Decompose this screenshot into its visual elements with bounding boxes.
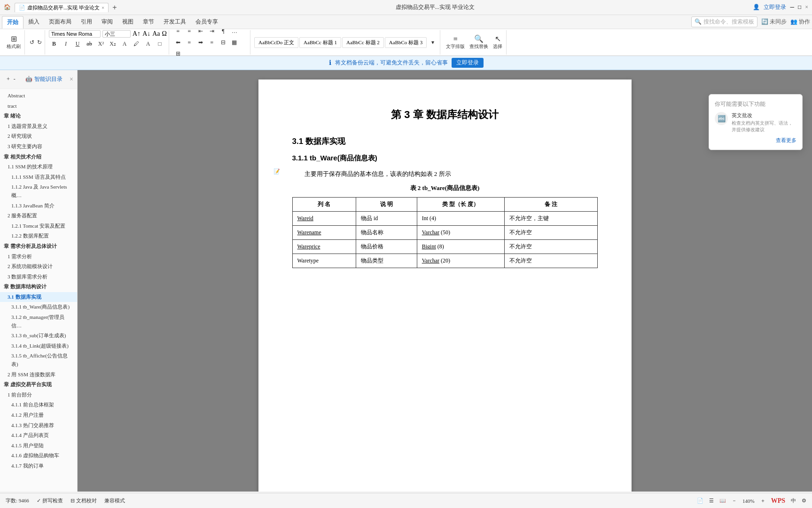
align-left-btn[interactable]: ⬅ [173, 37, 183, 48]
column-btn[interactable]: ⊟ [218, 37, 228, 48]
sidebar-item-tb-link[interactable]: 3.1.4 tb_Link(超级链接表) [0, 341, 77, 351]
document-tab[interactable]: 📄 虚拟物品交易平...实现 毕业论文 × [15, 3, 109, 12]
format-btn[interactable]: ⊞ 格式刷 [5, 34, 23, 51]
sidebar-item-ssm[interactable]: 1.1 SSM 的技术原理 [0, 162, 77, 172]
login-btn[interactable]: 立即登录 [764, 3, 786, 11]
sidebar-item-tb-sub[interactable]: 3.1.3 tb_sub(订单生成表) [0, 331, 77, 341]
subscript-button[interactable]: X₂ [108, 39, 118, 49]
sidebar-expand-btn[interactable]: + [6, 75, 11, 84]
paragraph-btn[interactable]: ¶ [218, 26, 228, 36]
bold-button[interactable]: B [49, 39, 59, 49]
tab-review[interactable]: 审阅 [97, 16, 117, 28]
select-btn[interactable]: ↖ 选择 [491, 34, 504, 51]
sidebar-close-btn[interactable]: × [70, 76, 73, 83]
new-tab-button[interactable]: + [112, 3, 117, 12]
style-heading3[interactable]: AaBbCo 标题 3 [385, 37, 427, 48]
undo-button[interactable]: ↺ [29, 38, 35, 47]
sidebar-item-content[interactable]: 3 研究主要内容 [0, 142, 77, 152]
clear-format-icon[interactable]: Aa [152, 30, 160, 38]
zoom-in-btn[interactable]: ＋ [760, 497, 765, 504]
strikethrough-button[interactable]: ab [84, 39, 94, 49]
tab-page-layout[interactable]: 页面布局 [44, 16, 76, 28]
tab-view[interactable]: 视图 [117, 16, 138, 28]
sidebar-item-tech[interactable]: 章 相关技术介绍 [0, 152, 77, 162]
tab-chapter[interactable]: 章节 [138, 16, 159, 28]
outline-view-icon[interactable]: ☰ [709, 498, 714, 504]
highlight-btn[interactable]: 🖊 [131, 39, 141, 49]
text-layout-btn[interactable]: ≡ 文字排版 [444, 34, 467, 51]
sidebar-item-cart[interactable]: 4.1.6 虚拟物品购物车 [0, 451, 77, 461]
minimize-icon[interactable]: ─ [790, 4, 794, 11]
sidebar-item-requirements[interactable]: 章 需求分析及总体设计 [0, 241, 77, 252]
sidebar-item-func-design[interactable]: 2 系统功能模块设计 [0, 262, 77, 272]
border-btn[interactable]: □ [155, 39, 165, 49]
more-para-btn[interactable]: … [229, 26, 240, 36]
more-styles-btn[interactable]: ▾ [428, 37, 438, 48]
window-close-icon[interactable]: × [805, 4, 808, 11]
tab-close-icon[interactable]: × [102, 5, 104, 10]
redo-button[interactable]: ↻ [36, 38, 43, 47]
sidebar-item-product-list[interactable]: 4.1.4 产品列表页 [0, 430, 77, 441]
login-button[interactable]: 立即登录 [452, 58, 484, 68]
sidebar-item-tb-ware[interactable]: 3.1.1 tb_Ware(商品信息表) [0, 302, 77, 312]
sidebar-item-recommend[interactable]: 4.1.3 热门交易推荐 [0, 421, 77, 431]
tab-references[interactable]: 引用 [76, 16, 97, 28]
grow-icon[interactable]: A↑ [133, 30, 141, 38]
sidebar-item-orders[interactable]: 4.1.7 我的订单 [0, 461, 77, 471]
sidebar-item-framework[interactable]: 4.1.1 前台总体框架 [0, 400, 77, 410]
sidebar-item-tomcat[interactable]: 1.2.1 Tomcat 安装及配置 [0, 221, 77, 231]
sidebar-item-background[interactable]: 1 选题背景及意义 [0, 121, 77, 132]
doc-compare-btn[interactable]: ⊟ 文档校对 [70, 497, 97, 504]
sidebar-item-register[interactable]: 4.1.2 用户注册 [0, 410, 77, 421]
bullet-list-btn[interactable]: ≡ [173, 26, 183, 36]
ribbon-search[interactable]: 🔍 搜找命令、搜索模板 [691, 16, 757, 27]
find-replace-btn[interactable]: 🔍 查找替换 [468, 34, 490, 51]
tab-insert[interactable]: 插入 [23, 16, 44, 28]
tooltip-more-link[interactable]: 查看更多 [715, 137, 796, 144]
font-size-select[interactable] [102, 30, 131, 38]
reading-view-icon[interactable]: 📖 [719, 498, 726, 504]
tab-start[interactable]: 开始 [2, 16, 23, 29]
shrink-icon[interactable]: A↓ [142, 30, 150, 38]
style-normal[interactable]: AaBbCcDo 正文 [254, 37, 298, 48]
justify-btn[interactable]: ≡ [207, 37, 217, 48]
sidebar-item-ssm-lang[interactable]: 1.1.1 SSM 语言及其特点 [0, 172, 77, 183]
font-name-select[interactable] [49, 30, 101, 38]
sidebar-item-intro[interactable]: 章 绪论 [0, 111, 77, 121]
sidebar-item-tb-affiche[interactable]: 3.1.5 tb_Affiche(公告信息表) [0, 351, 77, 369]
style-heading1[interactable]: AaBbCc 标题 1 [299, 37, 341, 48]
sidebar-item-req-analysis[interactable]: 1 需求分析 [0, 252, 77, 262]
underline-button[interactable]: U [72, 39, 83, 49]
sidebar-item-status[interactable]: 2 研究现状 [0, 131, 77, 142]
italic-button[interactable]: I [61, 39, 71, 49]
maximize-icon[interactable]: □ [798, 4, 801, 11]
sidebar-item-db-design[interactable]: 章 数据库结构设计 [0, 282, 77, 292]
sidebar-item-ssm-db[interactable]: 2 用 SSM 连接数据库 [0, 370, 77, 380]
style-heading2[interactable]: AaBbCc 标题 2 [342, 37, 384, 48]
sidebar-item-server[interactable]: 2 服务器配置 [0, 211, 77, 221]
borders-btn[interactable]: ⊞ [173, 48, 183, 59]
sidebar-item-platform[interactable]: 章 虚拟交易平台实现 [0, 380, 77, 390]
font-color-btn[interactable]: A [119, 39, 130, 49]
sidebar-item-db-config[interactable]: 1.2.2 数据库配置 [0, 231, 77, 241]
shading-btn[interactable]: ▦ [229, 37, 240, 48]
special-char-icon[interactable]: Ω [162, 30, 167, 38]
sidebar-collapse-btn[interactable]: - [13, 75, 16, 84]
document-area[interactable]: 第 3 章 数据库结构设计 3.1 数据库实现 3.1.1 tb_Ware(商品… [78, 70, 812, 492]
sidebar-item-db-impl[interactable]: 3.1 数据库实现 [0, 292, 77, 302]
indent-left-btn[interactable]: ⇤ [195, 26, 206, 36]
sidebar-item-java[interactable]: 1.1.2 Java 及 Java Servlets 概… [0, 182, 77, 200]
align-center-btn[interactable]: ≡ [184, 37, 195, 48]
sidebar-item-tb-manager[interactable]: 3.1.2 tb_manager(管理员信… [0, 312, 77, 331]
num-list-btn[interactable]: ≡ [184, 26, 195, 36]
text-bg-btn[interactable]: A [143, 39, 153, 49]
settings-icon[interactable]: ⚙ [802, 498, 806, 504]
sidebar-item-login[interactable]: 4.1.5 用户登陆 [0, 441, 77, 451]
superscript-button[interactable]: X² [96, 39, 106, 49]
spellcheck-btn[interactable]: ✓ 拼写检查 [37, 497, 63, 504]
sidebar-item-db-req[interactable]: 3 数据库需求分析 [0, 272, 77, 282]
indent-right-btn[interactable]: ⇥ [207, 26, 217, 36]
sidebar-item-tract[interactable]: tract [0, 101, 77, 111]
align-right-btn[interactable]: ➡ [195, 37, 206, 48]
compat-mode-btn[interactable]: 兼容模式 [104, 497, 125, 504]
